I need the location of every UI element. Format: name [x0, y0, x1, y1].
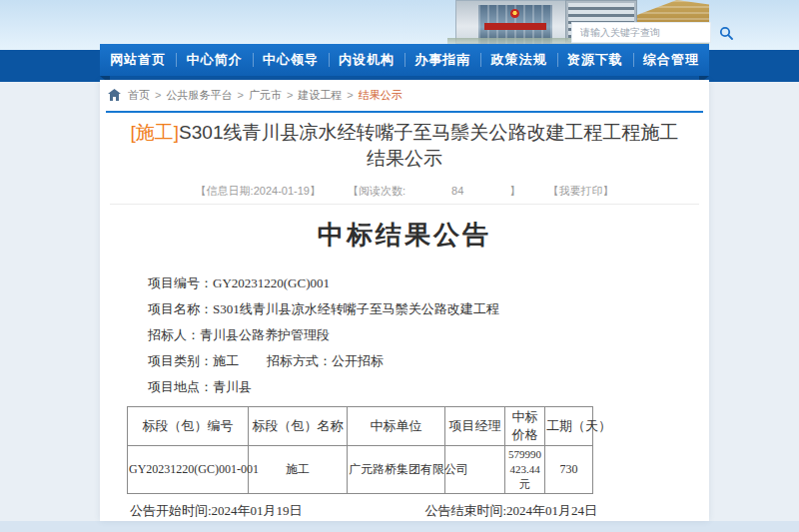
search-box[interactable]: [571, 22, 711, 43]
print-link[interactable]: 【我要打印】: [547, 185, 613, 197]
meta-views-count: 84: [451, 185, 463, 197]
crumb-separator: >: [287, 89, 293, 101]
nav-item-admin[interactable]: 综合管理: [633, 44, 709, 76]
nav-item-center-leaders[interactable]: 中心领导: [253, 44, 329, 76]
nav-item-downloads[interactable]: 资源下载: [557, 44, 633, 76]
bid-result-table: 标段（包）编号 标段（包）名称 中标单位 项目经理 中标价格 工期（天） GY2…: [127, 406, 593, 494]
col-section-name: 标段（包）名称: [249, 407, 348, 446]
nav-item-home[interactable]: 网站首页: [100, 44, 176, 76]
crumb-separator: >: [347, 89, 353, 101]
col-project-manager: 项目经理: [445, 407, 505, 446]
col-duration: 工期（天）: [545, 407, 593, 446]
nav-item-service-guide[interactable]: 办事指南: [404, 44, 480, 76]
col-winning-bidder: 中标单位: [348, 407, 445, 446]
breadcrumb: 首页 > 公共服务平台 > 广元市 > 建设工程 > 结果公示: [108, 87, 402, 103]
crumb-guangyuan[interactable]: 广元市: [249, 88, 282, 103]
article-tag: [施工]: [131, 122, 180, 143]
meta-divider: [110, 204, 699, 205]
cell-bid-price: 579990423.44元: [505, 446, 545, 494]
table-header-row: 标段（包）编号 标段（包）名称 中标单位 项目经理 中标价格 工期（天）: [128, 407, 593, 446]
detail-project-no: 项目编号：GY20231220(GC)001: [148, 270, 709, 296]
crumb-home[interactable]: 首页: [128, 88, 150, 103]
col-bid-price: 中标价格: [505, 407, 545, 446]
site-banner: [100, 0, 709, 44]
article-title-text: S301线青川县凉水经转嘴子至马鬃关公路改建工程工程施工结果公示: [179, 122, 678, 169]
search-icon[interactable]: [716, 23, 736, 43]
notice-document: 中标结果公告 项目编号：GY20231220(GC)001 项目名称：S301线…: [100, 208, 709, 521]
search-input[interactable]: [572, 27, 716, 38]
cell-section-name: 施工: [249, 446, 348, 494]
detail-category-method: 项目类别：施工招标方式：公开招标: [148, 348, 709, 374]
main-nav: 网站首页 中心简介 中心领导 内设机构 办事指南 政策法规 资源下载 综合管理: [100, 44, 709, 76]
national-emblem-icon: [510, 9, 519, 18]
col-section-no: 标段（包）编号: [128, 407, 249, 446]
home-icon: [108, 89, 121, 101]
content-panel: 首页 > 公共服务平台 > 广元市 > 建设工程 > 结果公示 [施工]S301…: [100, 80, 709, 521]
crumb-result-publicity: 结果公示: [359, 88, 402, 103]
cell-section-no: GY20231220(GC)001-001: [128, 446, 249, 494]
detail-location: 项目地点：青川县: [148, 374, 709, 400]
cell-duration: 730: [545, 446, 593, 494]
article-title: [施工]S301线青川县凉水经转嘴子至马鬃关公路改建工程工程施工结果公示: [130, 120, 679, 172]
project-details: 项目编号：GY20231220(GC)001 项目名称：S301线青川县凉水经转…: [100, 270, 709, 400]
red-sign: [484, 23, 546, 30]
nav-item-center-intro[interactable]: 中心简介: [176, 44, 252, 76]
meta-views: 【阅读次数:84】: [340, 185, 528, 197]
header-divider: [106, 111, 703, 113]
meta-date: 【信息日期:2024-01-19】: [196, 185, 321, 197]
crumb-public-service[interactable]: 公共服务平台: [166, 88, 232, 103]
table-row: GY20231220(GC)001-001 施工 广元路桥集团有限公司 5799…: [128, 446, 593, 494]
notice-title: 中标结果公告: [100, 218, 709, 253]
announcement-times: 公告开始时间:2024年01月19日 公告结束时间:2024年01月24日: [100, 494, 709, 520]
announce-start-time: 公告开始时间:2024年01月19日: [130, 502, 303, 520]
announce-end-time: 公告结束时间:2024年01月24日: [424, 502, 597, 520]
detail-tenderee: 招标人：青川县公路养护管理段: [148, 322, 709, 348]
article-meta: 【信息日期:2024-01-19】 【阅读次数:84】 【我要打印】: [100, 184, 709, 199]
crumb-separator: >: [237, 89, 243, 101]
crumb-construction[interactable]: 建设工程: [298, 88, 342, 103]
crumb-separator: >: [155, 89, 161, 101]
cell-winning-bidder: 广元路桥集团有限公司: [348, 446, 445, 494]
nav-item-policies[interactable]: 政策法规: [480, 44, 556, 76]
nav-item-departments[interactable]: 内设机构: [329, 44, 404, 76]
other-notes: 其他说明:: [100, 520, 709, 532]
detail-project-name: 项目名称：S301线青川县凉水经转嘴子至马鬃关公路改建工程: [148, 296, 709, 322]
